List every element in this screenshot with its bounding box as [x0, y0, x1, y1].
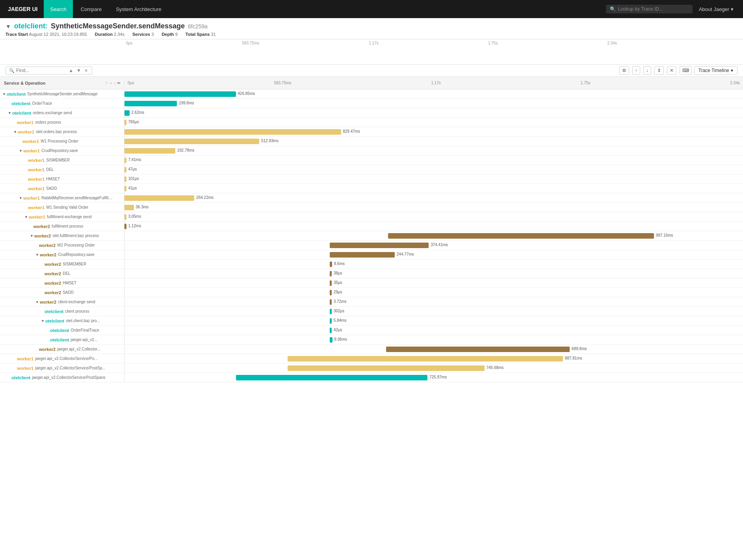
- table-row[interactable]: ▶worker2fulfillment process1.12ms: [0, 222, 743, 231]
- nav-tab-system-architecture[interactable]: System Architecture: [110, 0, 168, 18]
- find-up-button[interactable]: ▲: [68, 68, 74, 73]
- about-button[interactable]: About Jaeger ▾: [694, 6, 738, 12]
- table-row[interactable]: ▶worker1SADD41μs: [0, 184, 743, 193]
- sort-up-icon[interactable]: ↑: [106, 81, 108, 85]
- span-bar[interactable]: [330, 252, 395, 258]
- span-bar[interactable]: [124, 186, 126, 191]
- span-bar[interactable]: [386, 347, 570, 352]
- table-row[interactable]: ▶otelclientclient process302μs: [0, 307, 743, 316]
- table-row[interactable]: ▶worker1W1 Processing Order512.93ms: [0, 137, 743, 146]
- table-row[interactable]: ▼worker2CrudRepository.save244.77ms: [0, 250, 743, 260]
- row-expand-button[interactable]: ▼: [41, 319, 45, 323]
- span-bar[interactable]: [124, 224, 126, 229]
- span-bar[interactable]: [124, 167, 126, 172]
- span-bar[interactable]: [124, 91, 236, 97]
- trace-id-search[interactable]: 🔍: [606, 5, 693, 13]
- sort-expand-icon[interactable]: ⇔: [117, 81, 120, 85]
- table-row[interactable]: ▶otelclientOrderTrace199.8ms: [0, 99, 743, 108]
- span-bar[interactable]: [124, 110, 130, 116]
- sort-right-icon[interactable]: →: [109, 81, 113, 85]
- expand-down-button[interactable]: ↓: [643, 66, 651, 75]
- table-row[interactable]: ▼otelclientotel.client.baz pro...5.84ms: [0, 316, 743, 326]
- row-expand-button[interactable]: ▼: [30, 234, 33, 238]
- row-expand-button[interactable]: ▼: [19, 196, 22, 200]
- span-bar[interactable]: [388, 233, 654, 239]
- span-bar[interactable]: [330, 299, 332, 305]
- table-row[interactable]: ▶otelclientjaeger.api_v2.CollectorServic…: [0, 373, 743, 382]
- span-bar[interactable]: [330, 318, 332, 324]
- span-bar[interactable]: [124, 101, 177, 106]
- keyboard-shortcut-button[interactable]: ⌨: [680, 66, 692, 75]
- span-bar[interactable]: [288, 365, 484, 371]
- span-bar[interactable]: [124, 129, 341, 135]
- span-bar[interactable]: [124, 148, 175, 154]
- trace-expand-icon[interactable]: ▼: [6, 23, 11, 30]
- row-expand-button[interactable]: ▼: [24, 215, 28, 219]
- row-expand-button[interactable]: ▼: [35, 300, 39, 304]
- table-row[interactable]: ▼otelclientorders-exchange send2.62ms: [0, 108, 743, 118]
- table-row[interactable]: ▼worker2otel.fulfillment.baz process997.…: [0, 231, 743, 241]
- span-bar[interactable]: [288, 356, 563, 362]
- span-bar[interactable]: [124, 205, 134, 210]
- table-row[interactable]: ▼otelclientSyntheticMessageSender.sendMe…: [0, 89, 743, 99]
- table-row[interactable]: ▶worker1DEL47μs: [0, 165, 743, 174]
- table-row[interactable]: ▼worker1RabbitMqReceiver.sendMessageFulf…: [0, 193, 743, 203]
- table-row[interactable]: ▶worker2HMSET35μs: [0, 278, 743, 288]
- span-bar[interactable]: [330, 337, 332, 343]
- table-row[interactable]: ▶worker1jaeger.api_v2.CollectorService/P…: [0, 354, 743, 363]
- table-row[interactable]: ▼worker1CrudRepository.save192.78ms: [0, 146, 743, 156]
- span-bar[interactable]: [330, 280, 332, 286]
- table-row[interactable]: ▼worker1otel.orders.baz process829.47ms: [0, 127, 743, 137]
- span-bar[interactable]: [330, 309, 332, 314]
- trace-id-input[interactable]: [618, 6, 689, 12]
- span-bar[interactable]: [124, 214, 126, 220]
- settings-icon-button[interactable]: ⚙: [619, 66, 629, 75]
- span-bar[interactable]: [330, 261, 332, 267]
- table-row[interactable]: ▶worker1SISMEMBER7.41ms: [0, 156, 743, 165]
- table-row[interactable]: ▼worker2client-exchange send3.72ms: [0, 297, 743, 307]
- nav-tab-search[interactable]: Search: [44, 0, 72, 18]
- span-bar[interactable]: [124, 158, 126, 163]
- row-service-name: otelclient: [11, 375, 30, 380]
- table-row[interactable]: ▶worker1HMSET101μs: [0, 174, 743, 184]
- table-row[interactable]: ▶worker2SISMEMBER8.6ms: [0, 260, 743, 269]
- span-bar[interactable]: [330, 328, 332, 333]
- span-bar[interactable]: [236, 375, 428, 380]
- row-expand-button[interactable]: ▼: [2, 92, 6, 96]
- table-row[interactable]: ▼worker1fulfillment-exchange send3.05ms: [0, 212, 743, 222]
- trace-meta: Trace Start August 12 2021, 10:23:19.855…: [6, 32, 737, 37]
- nav-tab-compare[interactable]: Compare: [74, 0, 108, 18]
- table-row[interactable]: ▶worker2jaeger.api_v2.Collector...689.8m…: [0, 345, 743, 354]
- table-row[interactable]: ▶worker2W2 Processing Order374.41ms: [0, 241, 743, 250]
- span-bar[interactable]: [330, 243, 429, 248]
- span-bar[interactable]: [124, 120, 126, 125]
- row-expand-button[interactable]: ▼: [35, 253, 39, 257]
- row-expand-button[interactable]: ▼: [19, 149, 22, 153]
- find-input[interactable]: [16, 68, 66, 73]
- expand-all-button[interactable]: ⇕: [654, 66, 664, 75]
- span-bar[interactable]: [124, 176, 126, 182]
- find-clear-button[interactable]: ✕: [84, 68, 89, 73]
- trace-view-dropdown[interactable]: Trace Timeline ▾: [694, 66, 737, 75]
- span-bar[interactable]: [124, 195, 194, 201]
- table-row[interactable]: ▶worker2DEL38μs: [0, 269, 743, 278]
- table-row[interactable]: ▶worker2SADD29μs: [0, 288, 743, 297]
- row-expand-button[interactable]: ▼: [13, 130, 17, 134]
- find-down-button[interactable]: ▼: [76, 68, 82, 73]
- table-row[interactable]: ▶otelclientOrderFinalTrace42μs: [0, 326, 743, 335]
- table-row[interactable]: ▶worker1W1 Sending Valid Order36.3ms: [0, 203, 743, 212]
- span-bar[interactable]: [330, 271, 332, 276]
- find-box[interactable]: 🔍 ▲ ▼ ✕: [6, 67, 92, 74]
- sort-down-icon[interactable]: ↓: [114, 81, 116, 85]
- row-service-name: worker1: [28, 158, 45, 163]
- table-row[interactable]: ▶worker1orders process765μs: [0, 118, 743, 127]
- span-bar[interactable]: [124, 139, 259, 144]
- collapse-up-button[interactable]: ↑: [632, 66, 640, 75]
- span-bar[interactable]: [330, 290, 332, 295]
- row-expand-button[interactable]: ▼: [8, 111, 11, 115]
- close-button[interactable]: ✕: [667, 66, 676, 75]
- table-row[interactable]: ▶otelclientjaeger.api_v2...9.36ms: [0, 335, 743, 345]
- row-service-name: worker1: [23, 148, 40, 153]
- table-row[interactable]: ▶worker1jaeger.api_v2.CollectorService/P…: [0, 363, 743, 373]
- row-service-cell: ▶otelclientjaeger.api_v2.CollectorServic…: [0, 373, 124, 382]
